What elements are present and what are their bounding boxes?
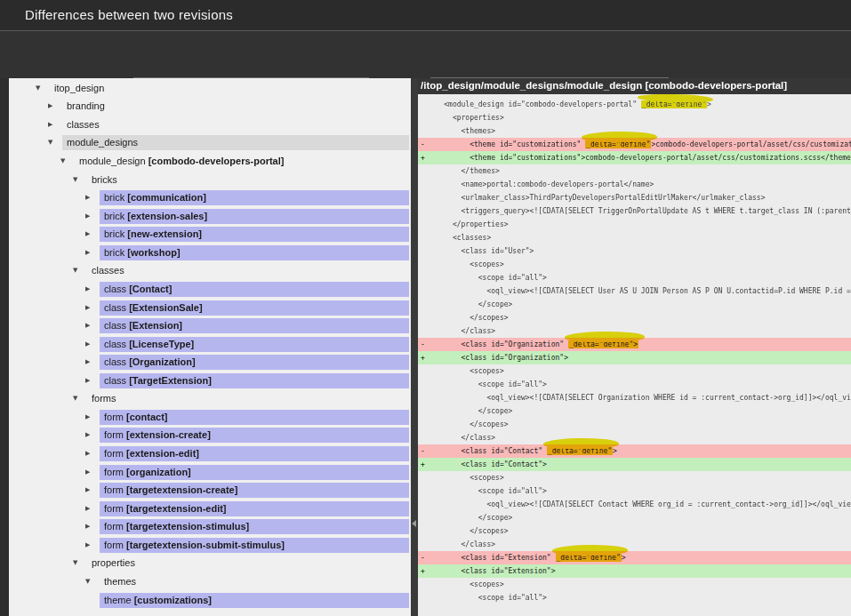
tree-node-form-extension-create[interactable]: ▶form [extension-create] [9,427,411,445]
tree-node-form-extension-edit[interactable]: ▶form [extension-edit] [9,444,411,463]
tree-node-form-targetextension-stimulus[interactable]: ▶form [targetextension-stimulus] [9,518,411,537]
diff-line-removed: - <class id="Organization" _delta="defin… [418,338,851,351]
tree-node-label: module_designs [62,135,409,150]
tree-node-brick-extension-sales[interactable]: ▶brick [extension-sales] [9,207,411,226]
tree-node-label: module_design [combodo-developers-portal… [75,154,409,169]
expand-arrow-icon[interactable]: ▶ [85,250,100,256]
tree-node-label: theme [customizations] [100,593,409,608]
expand-arrow-icon[interactable]: ▶ [85,506,100,512]
tree-node-label: class [TargetExtension] [100,373,409,388]
expand-arrow-icon[interactable]: ▶ [85,524,100,530]
diff-line: <class id="User"> [418,244,851,258]
xml-code: <class id="Organization"> [427,354,568,362]
diff-line: <oql_view><![CDATA[SELECT Organization W… [418,391,851,404]
collapse-arrow-icon[interactable]: ▼ [48,140,62,146]
diff-line-added: + <class id="Contact"> [418,458,851,471]
tree-node-form-contact[interactable]: ▶form [contact] [9,408,411,427]
xml-code: <themes> [427,127,495,135]
collapse-arrow-icon[interactable]: ▼ [73,177,87,183]
tree-node-classes[interactable]: ▶classes [9,116,411,134]
collapse-arrow-icon[interactable]: ▼ [73,560,87,566]
tree-node-label: classes [62,117,409,132]
tree-node-brick-communication[interactable]: ▶brick [communication] [9,188,411,207]
expand-arrow-icon[interactable]: ▶ [85,286,100,292]
removed-line-marker: - [421,444,425,458]
expand-arrow-icon[interactable]: ▶ [48,122,62,128]
collapse-arrow-icon[interactable]: ▼ [60,158,75,164]
expand-arrow-icon[interactable]: ▶ [85,231,100,237]
expand-arrow-icon[interactable]: ▶ [85,542,100,548]
diff-line: </properties> [418,218,851,231]
diff-line: </scopes> [418,311,851,324]
delta-highlight-marker: _delta="define" [585,140,651,148]
expand-arrow-icon[interactable]: ▶ [48,103,62,109]
diff-line-removed: - <class id="Contact" _delta="define"> [418,444,851,458]
xml-code: <scopes> [427,580,504,588]
xml-code: <oql_view><![CDATA[SELECT Organization W… [427,394,851,402]
removed-line-marker: - [421,138,425,151]
tree-node-brick-workshop[interactable]: ▶brick [workshop] [9,244,411,262]
tree-node-form-targetextension-edit[interactable]: ▶form [targetextension-edit] [9,500,411,518]
xml-code: <scopes> [427,367,504,375]
collapse-arrow-icon[interactable]: ▼ [73,396,87,402]
xml-code: <urlmaker_class>ThirdPartyDevelopersPort… [427,194,766,202]
collapse-arrow-icon[interactable]: ▼ [85,579,100,585]
tree-node-class-contact[interactable]: ▶class [Contact] [9,280,411,299]
expand-arrow-icon[interactable]: ▶ [85,451,100,457]
tree-node-label: form [contact] [100,410,409,425]
tree-node-bricks[interactable]: ▼bricks [9,171,411,189]
diff-line: </scopes> [418,418,851,431]
tree-node-module_design-combodo-developers-portal[interactable]: ▼module_design [combodo-developers-porta… [9,152,411,171]
diff-line: <properties> [418,111,851,124]
tree-node-forms[interactable]: ▼forms [9,390,411,409]
expand-arrow-icon[interactable]: ▶ [85,323,100,329]
diff-line-added: + <theme id="customizations">combodo-dev… [418,151,851,164]
tree-node-label: brick [new-extension] [100,227,409,242]
tree-node-module_designs[interactable]: ▼module_designs [9,134,411,153]
expand-arrow-icon[interactable]: ▶ [85,213,100,220]
collapse-arrow-icon[interactable]: ▼ [73,268,87,274]
tree-node-classes[interactable]: ▼classes [9,262,411,281]
expand-arrow-icon[interactable]: ▶ [85,341,100,348]
tree-node-brick-new-extension[interactable]: ▶brick [new-extension] [9,226,411,244]
expand-arrow-icon[interactable]: ▶ [85,414,100,420]
tree-node-class-targetextension[interactable]: ▶class [TargetExtension] [9,372,411,390]
expand-arrow-icon[interactable]: ▶ [85,305,100,311]
tree-node-class-extensionsale[interactable]: ▶class [ExtensionSale] [9,299,411,317]
added-line-marker: + [421,458,425,471]
tree-node-label: forms [87,391,409,406]
tree-node-class-organization[interactable]: ▶class [Organization] [9,353,411,372]
tree-node-form-organization[interactable]: ▶form [organization] [9,463,411,482]
diff-line: </class> [418,431,851,444]
removed-line-marker: - [421,551,425,564]
tree-node-themes[interactable]: ▼themes [9,572,411,591]
expand-arrow-icon[interactable]: ▶ [85,487,100,493]
tree-node-form-targetextension-submit-stimulus[interactable]: ▶form [targetextension-submit-stimulus] [9,536,411,555]
diff-line: <scope id="all"> [418,484,851,498]
collapse-arrow-icon[interactable]: ▼ [36,85,50,92]
expand-arrow-icon[interactable]: ▶ [85,359,100,365]
diff-line: <urlmaker_class>ThirdPartyDevelopersPort… [418,191,851,204]
tree-node-branding[interactable]: ▶branding [9,98,411,116]
tree-node-properties[interactable]: ▼properties [9,555,411,573]
expand-arrow-icon[interactable]: ▶ [85,469,100,476]
xml-code: <theme id="customizations">combodo-devel… [427,154,851,162]
tree-node-form-targetextension-create[interactable]: ▶form [targetextension-create] [9,481,411,500]
xml-code: <classes> [427,234,491,242]
tree-node-label: themes [100,574,409,589]
xml-code: </scope> [427,514,512,522]
delta-highlight-marker: _delta="define" [556,554,622,562]
tree-node-class-licensetype[interactable]: ▶class [LicenseType] [9,335,411,354]
expand-arrow-icon[interactable]: ▶ [85,195,100,201]
expand-arrow-icon[interactable]: ▶ [85,432,100,438]
collapse-panel-arrow-icon[interactable] [412,520,416,527]
xml-code: <class id="Organization" _delta="define"… [427,340,638,348]
panel-splitter[interactable] [411,78,418,616]
tree-node-class-extension[interactable]: ▶class [Extension] [9,316,411,335]
expand-arrow-icon[interactable]: ▶ [85,378,100,384]
diff-line: <module_design id="combodo-developers-po… [418,98,851,111]
added-line-marker: + [421,151,425,164]
delta-highlight-marker: _delta="define" [641,100,707,108]
tree-node-theme-customizations[interactable]: theme [customizations] [9,591,411,610]
tree-node-itop_design[interactable]: ▼itop_design [9,79,411,98]
